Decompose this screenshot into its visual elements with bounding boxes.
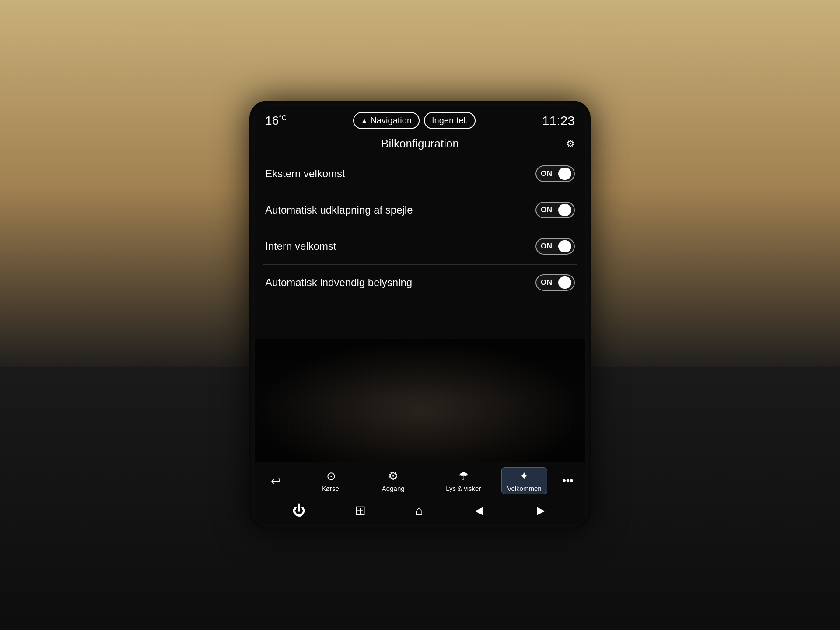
setting-row-2: Intern velkomst ON (263, 228, 577, 265)
toggle-label-2: ON (541, 242, 553, 251)
toggle-intern-velkomst[interactable]: ON (536, 238, 575, 255)
adgang-label: Adgang (382, 485, 405, 492)
screen-content: 16°C ▲ Navigation Ingen tel. 11:23 Bilko… (255, 106, 585, 524)
divider-1 (301, 472, 301, 490)
power-button[interactable]: ⏻ (292, 503, 305, 518)
volume-up-button[interactable]: ► (535, 503, 548, 518)
korsel-label: Kørsel (322, 485, 340, 492)
toggle-knob-3 (558, 276, 571, 289)
clock-display: 11:23 (542, 113, 575, 128)
volume-down-button[interactable]: ◄ (472, 503, 486, 518)
phone-button-label: Ingen tel. (432, 116, 468, 126)
setting-label-3: Automatisk indvendig belysning (265, 276, 412, 289)
toggle-knob-1 (558, 204, 571, 216)
back-button[interactable]: ↩ (266, 472, 285, 490)
bottom-navigation: ↩ ⊙ Kørsel ⚙ Adgang ☂ Lys & visker (255, 462, 585, 524)
velkommen-label: Velkommen (507, 485, 541, 492)
temp-unit: °C (279, 114, 287, 121)
velkommen-icon: ✦ (519, 469, 529, 483)
toggle-belysning[interactable]: ON (536, 274, 575, 291)
setting-label-1: Automatisk udklapning af spejle (265, 204, 413, 216)
setting-row-0: Ekstern velkomst ON (263, 156, 577, 192)
toggle-knob-2 (558, 240, 571, 252)
toggle-knob-0 (558, 168, 571, 180)
tab-adgang[interactable]: ⚙ Adgang (377, 468, 410, 494)
home-button[interactable]: ⌂ (415, 503, 423, 518)
toggle-spejle[interactable]: ON (536, 202, 575, 218)
divider-2 (361, 472, 361, 490)
korsel-icon: ⊙ (326, 469, 336, 483)
toggle-label-1: ON (541, 206, 553, 214)
more-button[interactable]: ••• (562, 475, 573, 487)
tab-velkommen[interactable]: ✦ Velkommen (501, 467, 547, 494)
toggle-label-3: ON (541, 278, 553, 287)
setting-row-1: Automatisk udklapning af spejle ON (263, 192, 577, 228)
temperature-display: 16°C (265, 114, 287, 128)
phone-button[interactable]: Ingen tel. (424, 112, 476, 129)
system-bar: ⏻ ⊞ ⌂ ◄ ► (255, 498, 585, 524)
lys-visker-label: Lys & visker (446, 485, 481, 492)
page-header: Bilkonfiguration ⚙ (255, 133, 585, 156)
adgang-icon: ⚙ (388, 469, 398, 483)
settings-list: Ekstern velkomst ON Automatisk udklapnin… (255, 156, 585, 339)
divider-3 (425, 472, 425, 490)
navigation-icon: ▲ (361, 117, 368, 125)
status-bar: 16°C ▲ Navigation Ingen tel. 11:23 (255, 106, 585, 133)
settings-icon[interactable]: ⚙ (566, 138, 575, 150)
lys-visker-icon: ☂ (458, 469, 469, 483)
setting-label-0: Ekstern velkomst (265, 168, 345, 180)
reflection-overlay (255, 339, 585, 462)
tab-korsel[interactable]: ⊙ Kørsel (316, 468, 346, 494)
setting-row-3: Automatisk indvendig belysning ON (263, 265, 577, 301)
navigation-button[interactable]: ▲ Navigation (353, 112, 420, 129)
tab-bar: ↩ ⊙ Kørsel ⚙ Adgang ☂ Lys & visker (255, 462, 585, 498)
setting-label-2: Intern velkomst (265, 240, 336, 252)
infotainment-screen: 16°C ▲ Navigation Ingen tel. 11:23 Bilko… (249, 101, 591, 529)
temp-value: 16 (265, 114, 279, 127)
nav-button-label: Navigation (371, 116, 412, 126)
nav-buttons-group: ▲ Navigation Ingen tel. (353, 112, 476, 129)
toggle-label-0: ON (541, 169, 553, 178)
reflection-area (255, 339, 585, 462)
toggle-ekstern-velkomst[interactable]: ON (536, 165, 575, 182)
car-dashboard-background: 16°C ▲ Navigation Ingen tel. 11:23 Bilko… (0, 0, 840, 630)
tab-lys-visker[interactable]: ☂ Lys & visker (441, 468, 486, 494)
grid-button[interactable]: ⊞ (355, 503, 366, 518)
page-title: Bilkonfiguration (381, 137, 459, 150)
